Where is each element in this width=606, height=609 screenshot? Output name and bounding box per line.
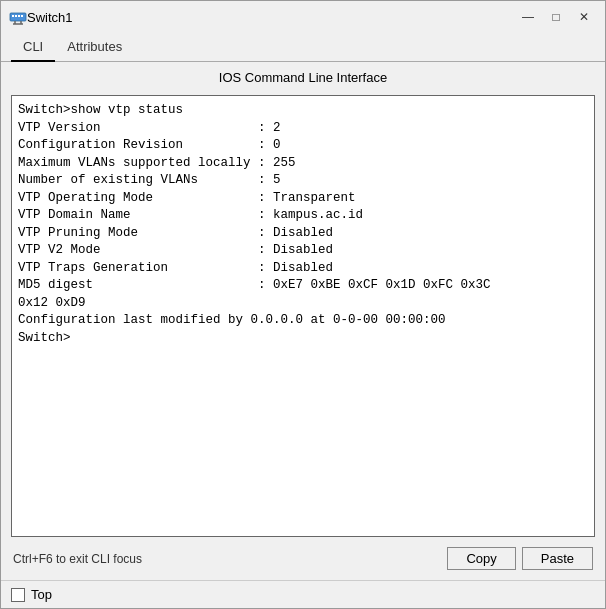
- window-controls: — □ ✕: [515, 7, 597, 27]
- cli-terminal[interactable]: Switch>show vtp status VTP Version : 2 C…: [12, 96, 594, 536]
- tabs-bar: CLI Attributes: [1, 33, 605, 62]
- bottom-bar: Top: [1, 580, 605, 608]
- copy-button[interactable]: Copy: [447, 547, 515, 570]
- cli-hint-bar: Ctrl+F6 to exit CLI focus Copy Paste: [11, 543, 595, 574]
- cli-buttons: Copy Paste: [447, 547, 593, 570]
- svg-rect-3: [18, 15, 20, 17]
- paste-button[interactable]: Paste: [522, 547, 593, 570]
- top-checkbox[interactable]: [11, 588, 25, 602]
- app-icon: [9, 8, 27, 26]
- window-title: Switch1: [27, 10, 515, 25]
- svg-rect-2: [15, 15, 17, 17]
- cli-hint-text: Ctrl+F6 to exit CLI focus: [13, 552, 142, 566]
- maximize-button[interactable]: □: [543, 7, 569, 27]
- close-button[interactable]: ✕: [571, 7, 597, 27]
- tab-cli[interactable]: CLI: [11, 33, 55, 62]
- top-checkbox-wrapper[interactable]: Top: [11, 587, 52, 602]
- main-window: Switch1 — □ ✕ CLI Attributes IOS Command…: [0, 0, 606, 609]
- tab-attributes[interactable]: Attributes: [55, 33, 134, 62]
- section-title: IOS Command Line Interface: [11, 70, 595, 85]
- top-checkbox-label: Top: [31, 587, 52, 602]
- content-area: IOS Command Line Interface Switch>show v…: [1, 62, 605, 580]
- minimize-button[interactable]: —: [515, 7, 541, 27]
- svg-rect-1: [12, 15, 14, 17]
- titlebar: Switch1 — □ ✕: [1, 1, 605, 33]
- svg-rect-4: [21, 15, 23, 17]
- cli-terminal-wrapper[interactable]: Switch>show vtp status VTP Version : 2 C…: [11, 95, 595, 537]
